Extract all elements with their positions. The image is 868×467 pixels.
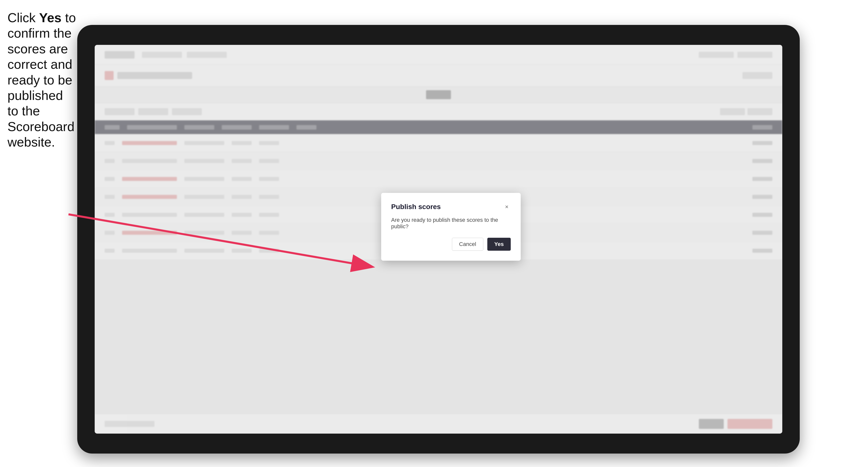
modal-body: Are you ready to publish these scores to… bbox=[391, 217, 511, 230]
tablet-device: Publish scores × Are you ready to publis… bbox=[77, 25, 800, 454]
modal-body-text: Are you ready to publish these scores to… bbox=[391, 217, 511, 230]
tablet-screen: Publish scores × Are you ready to publis… bbox=[95, 45, 782, 434]
modal-title: Publish scores bbox=[391, 203, 441, 211]
modal-close-button[interactable]: × bbox=[503, 203, 511, 211]
publish-scores-dialog: Publish scores × Are you ready to publis… bbox=[381, 193, 521, 261]
instruction-text: Click Yes to confirm the scores are corr… bbox=[7, 10, 77, 150]
modal-header: Publish scores × bbox=[391, 203, 511, 211]
modal-overlay: Publish scores × Are you ready to publis… bbox=[95, 45, 782, 434]
cancel-button[interactable]: Cancel bbox=[452, 238, 483, 251]
yes-button[interactable]: Yes bbox=[487, 238, 511, 251]
modal-footer: Cancel Yes bbox=[391, 238, 511, 251]
